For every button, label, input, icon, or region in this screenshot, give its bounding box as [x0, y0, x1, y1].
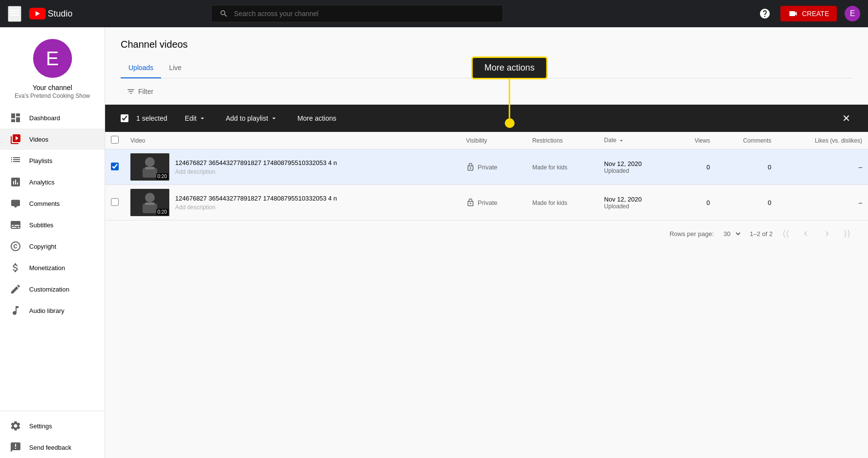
sidebar-item-audio-library[interactable]: Audio library [0, 300, 105, 321]
sidebar-nav: Dashboard Videos Playlists Analytics Com… [0, 107, 105, 321]
youtube-studio-logo: Studio [29, 8, 72, 19]
video-cell: 0:20 124676827 365443277891827 174808795… [130, 189, 454, 216]
nav-actions: CREATE E [757, 6, 860, 21]
svg-point-7 [145, 193, 155, 202]
sidebar-item-feedback[interactable]: Send feedback [0, 437, 105, 458]
sidebar-item-subtitles[interactable]: Subtitles [0, 214, 105, 236]
th-restrictions: Restrictions [526, 132, 598, 149]
sidebar-item-monetization[interactable]: Monetization [0, 257, 105, 278]
edit-button[interactable]: Edit [179, 111, 212, 125]
create-label: CREATE [802, 10, 829, 18]
sidebar-item-playlists[interactable]: Playlists [0, 150, 105, 171]
more-actions-button[interactable]: More actions [291, 111, 342, 125]
visibility-cell: Private [466, 198, 521, 207]
copyright-icon [10, 240, 21, 252]
search-input[interactable] [234, 10, 495, 18]
top-nav: Studio CREATE E [0, 0, 868, 27]
audio-library-icon [10, 305, 21, 316]
tab-live[interactable]: Live [161, 58, 189, 78]
playlists-icon [10, 155, 21, 166]
sidebar-item-label: Dashboard [29, 114, 60, 122]
create-button[interactable]: CREATE [780, 6, 837, 21]
sidebar-item-copyright[interactable]: Copyright [0, 236, 105, 257]
customization-icon [10, 283, 21, 295]
avatar-label: E [850, 9, 855, 18]
search-bar [211, 5, 503, 22]
search-icon [219, 9, 228, 18]
svg-point-3 [145, 157, 155, 167]
sidebar-item-videos[interactable]: Videos [0, 128, 105, 150]
prev-page-button[interactable] [799, 227, 813, 240]
restriction-badge: Made for kids [532, 164, 567, 171]
rows-per-page-label: Rows per page: [669, 230, 714, 238]
sidebar-item-customization[interactable]: Customization [0, 278, 105, 300]
select-all-checkbox[interactable] [121, 114, 128, 122]
rows-per-page-select[interactable]: 30 50 100 [722, 230, 742, 238]
date-sub: Uploaded [604, 203, 669, 210]
table-container: Video Visibility Restrictions Date Views… [105, 132, 868, 220]
last-page-button[interactable]: ⟩⟩ [842, 226, 852, 241]
sidebar-item-dashboard[interactable]: Dashboard [0, 107, 105, 128]
monetization-icon [10, 262, 21, 274]
date-sub: Uploaded [604, 167, 669, 174]
sidebar-item-label: Send feedback [29, 444, 72, 451]
tab-uploads[interactable]: Uploads [121, 58, 161, 78]
sidebar-item-settings[interactable]: Settings [0, 415, 105, 437]
sidebar-item-label: Analytics [29, 179, 54, 186]
date-cell: Nov 12, 2020 Uploaded [604, 196, 669, 210]
sidebar-item-label: Copyright [29, 243, 56, 250]
visibility-label: Private [478, 164, 497, 171]
main-header: Channel videos Uploads Live [105, 27, 868, 78]
pagination: Rows per page: 30 50 100 1–2 of 2 ⟨⟨ ⟩⟩ [105, 220, 868, 247]
sidebar-item-label: Videos [29, 136, 49, 143]
main-content: Channel videos Uploads Live More actions… [105, 27, 868, 458]
visibility-cell: Private [466, 163, 521, 171]
row-checkbox[interactable] [111, 163, 119, 170]
filter-icon [127, 87, 135, 96]
video-title: 124676827 365443277891827 17480879551033… [175, 195, 337, 202]
filter-button[interactable]: Filter [121, 84, 159, 99]
sidebar-item-label: Subtitles [29, 221, 54, 229]
table-row: 0:20 124676827 365443277891827 174808795… [105, 149, 868, 185]
video-duration: 0:20 [156, 173, 168, 180]
sidebar-item-label: Customization [29, 286, 69, 293]
settings-icon [10, 420, 21, 432]
video-info: 124676827 365443277891827 17480879551033… [175, 195, 337, 211]
video-duration: 0:20 [156, 209, 168, 215]
sidebar-item-analytics[interactable]: Analytics [0, 171, 105, 193]
next-page-button[interactable] [820, 227, 834, 240]
channel-name: Your channel [33, 84, 72, 92]
video-thumbnail: 0:20 [130, 189, 169, 216]
comments-cell: 0 [716, 149, 777, 185]
selected-count: 1 selected [136, 114, 167, 122]
sidebar-item-comments[interactable]: Comments [0, 193, 105, 214]
page-info: 1–2 of 2 [750, 230, 773, 238]
sidebar: E Your channel Eva's Pretend Cooking Sho… [0, 27, 105, 458]
channel-avatar: E [33, 39, 72, 78]
add-to-playlist-button[interactable]: Add to playlist [220, 111, 284, 125]
row-checkbox[interactable] [111, 198, 119, 206]
th-date[interactable]: Date [598, 132, 674, 149]
sidebar-item-label: Audio library [29, 307, 64, 314]
studio-text: Studio [48, 9, 72, 19]
sidebar-item-label: Comments [29, 200, 60, 207]
sidebar-item-label: Settings [29, 422, 52, 430]
subtitles-icon [10, 219, 21, 231]
menu-icon[interactable] [8, 6, 21, 22]
feedback-icon [10, 441, 21, 453]
channel-subtitle: Eva's Pretend Cooking Show [15, 92, 90, 99]
close-selection-button[interactable]: ✕ [840, 110, 852, 126]
help-button[interactable] [757, 6, 773, 21]
videos-table: Video Visibility Restrictions Date Views… [105, 132, 868, 220]
edit-dropdown-icon [199, 114, 206, 122]
sidebar-item-label: Playlists [29, 157, 53, 165]
first-page-button[interactable]: ⟨⟨ [780, 226, 791, 241]
page-title: Channel videos [121, 39, 852, 50]
select-all-header-checkbox[interactable] [111, 136, 119, 144]
video-description: Add description [175, 204, 337, 211]
user-avatar-button[interactable]: E [845, 6, 860, 21]
dashboard-icon [10, 112, 21, 124]
visibility-label: Private [478, 199, 497, 206]
date-main: Nov 12, 2020 [604, 196, 669, 203]
sidebar-bottom: Settings Send feedback [0, 407, 105, 458]
